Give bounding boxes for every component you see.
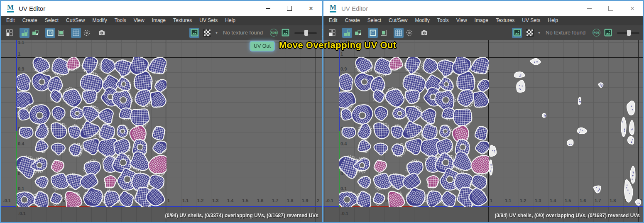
menubar: EditCreateSelectCut/SewModifyToolsViewIm… — [1, 16, 322, 25]
menu-uv-sets[interactable]: UV Sets — [518, 17, 544, 23]
uv-shaded-icon[interactable] — [342, 28, 352, 38]
layout-grid-icon[interactable] — [5, 28, 15, 38]
uv-status-text: (0/94) UV shells, (0/3374) overlapping U… — [165, 213, 318, 218]
texture-name-label: No texture found — [546, 29, 590, 36]
uv-overlap-icon[interactable] — [353, 28, 363, 38]
menubar: EditCreateSelectCut/SewModifyToolsViewIm… — [323, 16, 643, 25]
uv-status-text: (0/94) UV shells, (0/0) overlapping UVs,… — [495, 213, 640, 218]
uv-snapshot-icon[interactable] — [419, 28, 429, 38]
checker-map-toggle-icon[interactable] — [202, 28, 212, 38]
maya-logo-icon: M — [328, 4, 338, 13]
maya-logo-icon: M — [6, 4, 15, 13]
rgb-channel-icon[interactable]: RGB — [593, 29, 600, 37]
toolbar-separator — [41, 28, 45, 38]
maximize-button[interactable] — [279, 1, 300, 16]
toolbar-separator — [92, 28, 96, 38]
menu-edit[interactable]: Edit — [325, 17, 341, 23]
menu-create[interactable]: Create — [341, 17, 364, 23]
toolbar: ▾ No texture found RGB ❯❯ — [1, 25, 322, 40]
minimize-button[interactable] — [578, 1, 600, 16]
window-title: UV Editor — [341, 5, 368, 12]
menu-modify[interactable]: Modify — [411, 17, 433, 23]
window-controls: ✕ — [257, 1, 322, 16]
menu-tools[interactable]: Tools — [111, 17, 130, 23]
screen: M UV Editor ✕ EditCreateSelectCut/SewMod… — [0, 0, 644, 223]
toolbar-separator — [415, 28, 419, 38]
toolbar-separator — [15, 28, 19, 38]
texture-name-label: No texture found — [223, 29, 268, 36]
window-title: UV Editor — [19, 5, 45, 12]
menu-image[interactable]: Image — [471, 17, 492, 23]
menu-help[interactable]: Help — [221, 17, 239, 23]
uv-editor-window-right: M UV Editor ✕ EditCreateSelectCut/SewMod… — [323, 0, 644, 223]
menu-create[interactable]: Create — [19, 17, 41, 23]
dim-image-icon[interactable] — [82, 28, 92, 38]
shaded-border-icon[interactable] — [379, 28, 389, 38]
menu-tools[interactable]: Tools — [433, 17, 453, 23]
uv-out-button[interactable]: UV Out — [250, 42, 274, 51]
menu-view[interactable]: View — [453, 17, 471, 23]
window-controls: ✕ — [578, 1, 643, 16]
exposure-slider[interactable] — [294, 29, 317, 36]
toolbar: ▾ No texture found RGB ❯❯ — [323, 25, 643, 40]
annotation-move-overlapping-uv-out: Move Overlapping UV Out — [279, 40, 397, 51]
menu-help[interactable]: Help — [544, 17, 562, 23]
menu-cut-sew[interactable]: Cut/Sew — [385, 17, 411, 23]
image-exposure-icon[interactable] — [603, 28, 613, 38]
titlebar[interactable]: M UV Editor ✕ — [323, 1, 643, 16]
close-button[interactable]: ✕ — [300, 1, 322, 16]
menu-select[interactable]: Select — [364, 17, 385, 23]
rgb-channel-icon[interactable]: RGB — [270, 29, 278, 37]
menu-edit[interactable]: Edit — [2, 17, 19, 23]
toolbar-separator — [389, 28, 393, 38]
uv-snapshot-icon[interactable] — [97, 28, 107, 38]
checker-map-toggle-icon[interactable] — [525, 28, 535, 38]
exposure-slider[interactable] — [617, 29, 639, 36]
dropdown-caret-icon[interactable]: ▾ — [215, 30, 218, 35]
dropdown-caret-icon[interactable]: ▾ — [537, 30, 541, 35]
uv-editor-window-left: M UV Editor ✕ EditCreateSelectCut/SewMod… — [0, 0, 323, 223]
menu-view[interactable]: View — [130, 17, 148, 23]
texture-display-icon[interactable] — [512, 28, 522, 38]
close-button[interactable]: ✕ — [622, 1, 643, 16]
menu-textures[interactable]: Textures — [169, 17, 196, 23]
dim-image-icon[interactable] — [404, 28, 414, 38]
menu-select[interactable]: Select — [41, 17, 62, 23]
menu-textures[interactable]: Textures — [492, 17, 518, 23]
menu-modify[interactable]: Modify — [88, 17, 110, 23]
maximize-button[interactable] — [600, 1, 622, 16]
image-exposure-icon[interactable] — [280, 28, 290, 38]
uv-viewport[interactable]: -0.100.10.20.30.40.50.60.70.80.911.11.21… — [1, 40, 322, 222]
menu-image[interactable]: Image — [148, 17, 169, 23]
layout-grid-icon[interactable] — [327, 28, 337, 38]
uv-overlap-icon[interactable] — [30, 28, 40, 38]
texture-display-icon[interactable] — [189, 28, 199, 38]
border-edges-icon[interactable] — [368, 28, 378, 38]
checker-map-icon[interactable] — [394, 28, 404, 38]
checker-map-icon[interactable] — [71, 28, 81, 38]
uv-viewport[interactable]: -0.100.10.20.30.40.50.60.70.80.911.11.21… — [323, 40, 643, 222]
uv-shaded-icon[interactable] — [20, 28, 29, 38]
toolbar-separator — [363, 28, 367, 38]
border-edges-icon[interactable] — [45, 28, 55, 38]
uv-shells-canvas[interactable] — [1, 40, 322, 222]
uv-shells-canvas[interactable] — [323, 40, 643, 222]
status-bar: (0/94) UV shells, (0/3374) overlapping U… — [1, 207, 322, 222]
menu-uv-sets[interactable]: UV Sets — [196, 17, 221, 23]
titlebar[interactable]: M UV Editor ✕ — [1, 1, 322, 16]
minimize-button[interactable] — [257, 1, 279, 16]
toolbar-separator — [66, 28, 71, 38]
status-bar: (0/94) UV shells, (0/0) overlapping UVs,… — [323, 207, 643, 222]
toolbar-separator — [338, 28, 342, 38]
menu-cut-sew[interactable]: Cut/Sew — [62, 17, 88, 23]
shaded-border-icon[interactable] — [56, 28, 66, 38]
